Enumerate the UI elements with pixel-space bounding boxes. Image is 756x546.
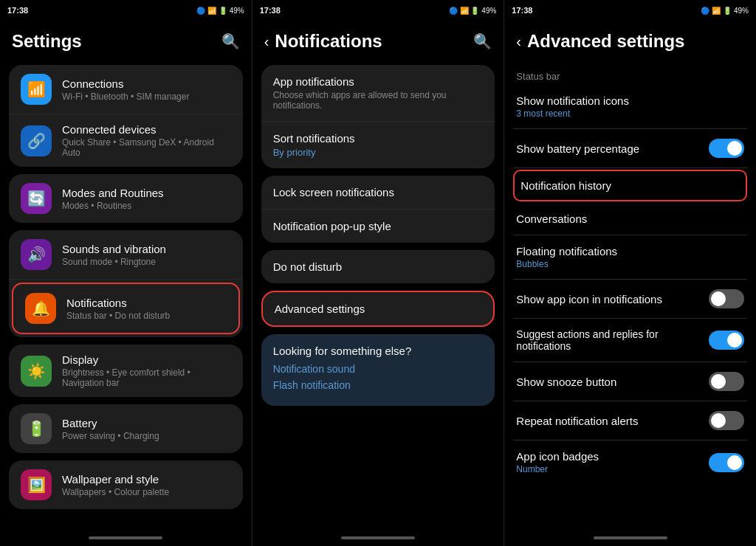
show-battery-pct-label: Show battery percentage	[516, 142, 709, 155]
app-icon-badges-item[interactable]: App icon badges Number	[513, 440, 747, 484]
app-icon-badges-toggle-thumb	[727, 455, 742, 470]
show-snooze-toggle-thumb	[711, 374, 726, 389]
notifications-header: ‹ Notifications 🔍	[252, 21, 504, 59]
time-3: 17:38	[512, 6, 532, 15]
show-snooze-item[interactable]: Show snooze button	[513, 362, 747, 401]
display-label: Display	[62, 353, 231, 366]
status-bar-3: 17:38 🔵 📶 🔋 49%	[504, 0, 756, 21]
battery-icon: 🔋	[21, 413, 52, 444]
sort-notifications-sublabel: By priority	[273, 147, 484, 158]
show-snooze-toggle[interactable]	[709, 372, 744, 391]
suggest-actions-label: Suggest actions and replies for notifica…	[516, 328, 709, 352]
floating-notif-label: Floating notifications	[516, 245, 626, 258]
show-app-icon-toggle[interactable]	[709, 289, 744, 308]
app-notifications-desc: Choose which apps are allowed to send yo…	[273, 90, 484, 111]
modes-label: Modes and Routines	[62, 187, 231, 199]
show-app-icon-label: Show app icon in notifications	[516, 293, 709, 305]
battery-pct-toggle[interactable]	[709, 139, 744, 158]
battery-card: 🔋 Battery Power saving • Charging	[9, 404, 243, 453]
sort-notifications-label: Sort notifications	[273, 132, 484, 145]
wallpaper-sublabel: Wallpapers • Colour palette	[62, 487, 231, 497]
dnd-card: Do not disturb	[261, 250, 495, 283]
notifications-title: Notifications	[275, 31, 382, 52]
repeat-alerts-toggle[interactable]	[709, 411, 744, 430]
status-bar-1: 17:38 🔵 📶 🔋 49%	[0, 0, 252, 21]
lock-screen-item[interactable]: Lock screen notifications	[261, 176, 495, 210]
lock-screen-label: Lock screen notifications	[273, 186, 484, 198]
advanced-back-button[interactable]: ‹	[516, 33, 521, 50]
connected-devices-item[interactable]: 🔗 Connected devices Quick Share • Samsun…	[9, 114, 243, 167]
repeat-alerts-label: Repeat notification alerts	[516, 415, 709, 427]
dnd-item[interactable]: Do not disturb	[261, 250, 495, 283]
settings-list: 📶 Connections Wi-Fi • Bluetooth • SIM ma…	[0, 59, 252, 530]
notifications-list: App notifications Choose which apps are …	[252, 59, 504, 530]
show-battery-pct-item[interactable]: Show battery percentage	[513, 129, 747, 168]
settings-header: Settings 🔍	[0, 21, 252, 59]
advanced-settings-card: Advanced settings	[261, 291, 495, 327]
notifications-item[interactable]: 🔔 Notifications Status bar • Do not dist…	[12, 283, 240, 334]
suggest-actions-toggle[interactable]	[709, 331, 744, 350]
looking-title: Looking for something else?	[273, 345, 484, 357]
wallpaper-item[interactable]: 🖼️ Wallpaper and style Wallpapers • Colo…	[9, 460, 243, 509]
status-bar-2: 17:38 🔵 📶 🔋 49%	[252, 0, 505, 21]
modes-sublabel: Modes • Routines	[62, 201, 231, 211]
app-icon-badges-toggle[interactable]	[709, 453, 744, 472]
bottom-bar-3	[504, 530, 756, 546]
connections-sublabel: Wi-Fi • Bluetooth • SIM manager	[62, 91, 231, 102]
connections-label: Connections	[62, 77, 231, 90]
looking-section: Looking for something else? Notification…	[261, 334, 495, 406]
connections-item[interactable]: 📶 Connections Wi-Fi • Bluetooth • SIM ma…	[9, 65, 243, 114]
settings-title: Settings	[12, 31, 82, 52]
app-notifications-label: App notifications	[273, 75, 484, 88]
notifications-label: Notifications	[66, 297, 227, 309]
display-sublabel: Brightness • Eye comfort shield • Naviga…	[62, 367, 231, 388]
settings-panel: Settings 🔍 📶 Connections Wi-Fi • Bluetoo…	[0, 21, 252, 530]
modes-item[interactable]: 🔄 Modes and Routines Modes • Routines	[9, 174, 243, 223]
advanced-settings-item[interactable]: Advanced settings	[263, 292, 494, 325]
flash-notification-link[interactable]: Flash notification	[273, 379, 484, 391]
battery-pct-toggle-thumb	[727, 141, 742, 156]
lock-popup-card: Lock screen notifications Notification p…	[261, 176, 495, 243]
sort-notifications-item[interactable]: Sort notifications By priority	[261, 122, 495, 168]
notification-sound-link[interactable]: Notification sound	[273, 363, 484, 375]
battery-item[interactable]: 🔋 Battery Power saving • Charging	[9, 404, 243, 453]
battery-sublabel: Power saving • Charging	[62, 431, 231, 441]
time-2: 17:38	[260, 6, 281, 15]
status-icons-3: 🔵 📶 🔋 49%	[701, 7, 749, 15]
status-icons-1: 🔵 📶 🔋 49%	[196, 7, 244, 15]
notifications-panel: ‹ Notifications 🔍 App notifications Choo…	[252, 21, 505, 530]
sounds-item[interactable]: 🔊 Sounds and vibration Sound mode • Ring…	[9, 230, 243, 280]
suggest-actions-item[interactable]: Suggest actions and replies for notifica…	[513, 319, 747, 362]
app-icon-badges-sublabel: Number	[516, 464, 608, 474]
bottom-bars	[0, 530, 756, 546]
app-notifications-item[interactable]: App notifications Choose which apps are …	[261, 65, 495, 122]
bottom-indicator-2	[341, 536, 415, 539]
display-item[interactable]: ☀️ Display Brightness • Eye comfort shie…	[9, 345, 243, 397]
settings-search-button[interactable]: 🔍	[221, 32, 240, 50]
show-notif-icons-label: Show notification icons	[516, 94, 638, 107]
notifications-back-button[interactable]: ‹	[264, 33, 269, 50]
show-app-icon-item[interactable]: Show app icon in notifications	[513, 280, 747, 319]
conversations-item[interactable]: Conversations	[513, 203, 747, 235]
status-bars: 17:38 🔵 📶 🔋 49% 17:38 🔵 📶 🔋 49% 17:38 🔵 …	[0, 0, 756, 21]
notifications-icon: 🔔	[25, 293, 56, 324]
popup-style-label: Notification pop-up style	[273, 220, 484, 232]
notifications-search-button[interactable]: 🔍	[473, 32, 492, 50]
popup-style-item[interactable]: Notification pop-up style	[261, 210, 495, 243]
floating-notif-item[interactable]: Floating notifications Bubbles	[513, 235, 747, 280]
notif-history-label: Notification history	[520, 179, 740, 192]
modes-card: 🔄 Modes and Routines Modes • Routines	[9, 174, 243, 223]
show-notif-icons-sublabel: 3 most recent	[516, 108, 638, 119]
show-notif-icons-item[interactable]: Show notification icons 3 most recent	[513, 85, 747, 129]
conversations-label: Conversations	[516, 212, 744, 225]
sounds-icon: 🔊	[21, 239, 52, 270]
dnd-label: Do not disturb	[273, 260, 484, 273]
notif-history-item[interactable]: Notification history	[513, 170, 747, 201]
battery-label: Battery	[62, 417, 231, 429]
bottom-bar-1	[0, 530, 252, 546]
repeat-alerts-item[interactable]: Repeat notification alerts	[513, 401, 747, 440]
panels-container: Settings 🔍 📶 Connections Wi-Fi • Bluetoo…	[0, 21, 756, 530]
sounds-notifications-card: 🔊 Sounds and vibration Sound mode • Ring…	[9, 230, 243, 337]
suggest-actions-toggle-thumb	[727, 333, 742, 348]
advanced-settings-label: Advanced settings	[275, 303, 482, 315]
